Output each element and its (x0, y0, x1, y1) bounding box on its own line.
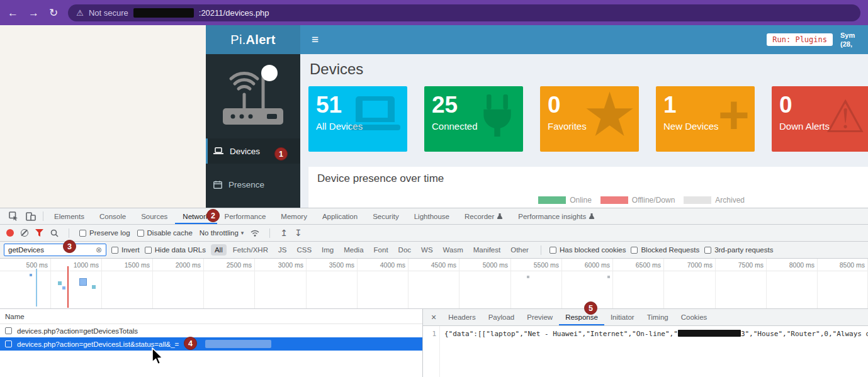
request-checkbox[interactable] (5, 340, 12, 347)
devtools-tab-bar: Elements Console Sources Network Perform… (0, 208, 868, 225)
tab-sources[interactable]: Sources (133, 208, 175, 224)
device-toolbar-icon[interactable] (22, 212, 40, 221)
warning-triangle-icon: ⚠ (825, 91, 865, 142)
network-conditions-icon[interactable] (251, 230, 259, 237)
request-row-selected[interactable]: devices.php?action=getDevicesList&status… (0, 337, 422, 351)
divider (269, 228, 270, 238)
detail-tab-timing[interactable]: Timing (641, 309, 675, 325)
import-har-icon[interactable]: ↥ (280, 228, 288, 237)
detail-tab-headers[interactable]: Headers (442, 309, 482, 325)
tab-lighthouse[interactable]: Lighthouse (407, 208, 457, 224)
filter-pill-fetch-xhr[interactable]: Fetch/XHR (229, 244, 272, 256)
detail-tab-preview[interactable]: Preview (521, 309, 559, 325)
checkbox[interactable] (631, 247, 638, 254)
tab-application[interactable]: Application (315, 208, 365, 224)
filter-pill-doc[interactable]: Doc (395, 244, 415, 256)
filter-pill-manifest[interactable]: Manifest (470, 244, 504, 256)
filter-pill-img[interactable]: Img (318, 244, 337, 256)
run-plugins-button[interactable]: Run: Plugins (767, 33, 833, 46)
annotation-badge-5: 5 (584, 301, 597, 315)
address-bar[interactable]: ⚠ Not secure :20211/devices.php (68, 4, 860, 21)
hamburger-menu-icon[interactable]: ≡ (312, 33, 318, 47)
timeline-label: 6000 ms (585, 261, 610, 269)
app-logo[interactable]: Pi.Alert (206, 25, 300, 54)
filter-pill-ws[interactable]: WS (417, 244, 437, 256)
request-row[interactable]: devices.php?action=getDevicesTotals (0, 324, 422, 337)
request-detail-panel: × Headers Payload Preview Response Initi… (423, 309, 868, 377)
not-secure-warning-icon[interactable]: ⚠ (76, 8, 84, 18)
reload-icon[interactable]: ↻ (49, 8, 58, 18)
back-icon[interactable]: ← (8, 8, 18, 18)
filter-pill-wasm[interactable]: Wasm (439, 244, 467, 256)
request-list-header[interactable]: Name (0, 309, 422, 324)
timeline-label: 2000 ms (176, 261, 201, 269)
clear-filter-icon[interactable]: ⊗ (96, 245, 102, 254)
filter-pill-font[interactable]: Font (370, 244, 392, 256)
panel-title: Device presence over time (317, 172, 859, 185)
sidebar-item-presence[interactable]: Presence (206, 172, 300, 197)
filter-pill-media[interactable]: Media (340, 244, 367, 256)
inspect-element-icon[interactable] (5, 211, 22, 221)
search-icon[interactable] (50, 229, 59, 237)
third-party-requests-checkbox[interactable]: 3rd-party requests (704, 246, 773, 254)
filter-icon[interactable] (35, 229, 43, 237)
checkbox[interactable] (111, 247, 118, 254)
timeline-column: 2000 ms (153, 259, 204, 308)
network-timeline-overview[interactable]: 500 ms 1000 ms 1500 ms 2000 ms 2500 ms 3… (0, 259, 868, 309)
devtools: Elements Console Sources Network Perform… (0, 208, 868, 377)
filter-pill-js[interactable]: JS (274, 244, 290, 256)
tab-console[interactable]: Console (92, 208, 133, 224)
tab-security[interactable]: Security (365, 208, 407, 224)
chevron-down-icon: ▾ (241, 230, 244, 236)
record-button[interactable] (6, 229, 14, 237)
tab-label: Console (99, 213, 126, 220)
export-har-icon[interactable]: ↧ (295, 228, 302, 237)
filter-pill-css[interactable]: CSS (293, 244, 315, 256)
tab-performance[interactable]: Performance (217, 208, 274, 224)
tab-elements[interactable]: Elements (47, 208, 92, 224)
card-all-devices[interactable]: 51 All Devices (308, 86, 407, 152)
request-checkbox[interactable] (5, 327, 12, 334)
detail-tab-response[interactable]: Response (559, 309, 604, 325)
detail-tab-initiator[interactable]: Initiator (604, 309, 641, 325)
timeline-mark (30, 274, 32, 276)
filter-pill-other[interactable]: Other (507, 244, 533, 256)
detail-tab-cookies[interactable]: Cookies (675, 309, 714, 325)
clear-icon[interactable] (21, 229, 28, 237)
checkbox[interactable] (145, 247, 152, 254)
card-new-devices[interactable]: 1 New Devices + (656, 86, 755, 152)
timeline-column: 7000 ms (664, 259, 716, 308)
card-favorites[interactable]: 0 Favorites ★ (540, 86, 639, 152)
tab-recorder[interactable]: Recorder (457, 208, 510, 224)
redacted-response-value (678, 330, 741, 337)
legend-archived: Archived (684, 196, 745, 205)
legend-label: Archived (715, 196, 745, 205)
detail-tab-payload[interactable]: Payload (482, 309, 521, 325)
tab-label: Sources (141, 213, 167, 220)
filter-pill-all[interactable]: All (211, 244, 227, 256)
preserve-log-checkbox[interactable]: Preserve log (79, 229, 130, 237)
filter-input[interactable]: getDevices ⊗ (4, 244, 106, 256)
tab-memory[interactable]: Memory (273, 208, 315, 224)
forward-icon[interactable]: → (28, 8, 39, 18)
response-viewer[interactable]: 1 {"data":[["laptop","Net - Huawei","Int… (423, 326, 868, 377)
card-down-alerts[interactable]: 0 Down Alerts ⚠ (772, 86, 868, 152)
tab-performance-insights[interactable]: Performance insights (510, 208, 602, 224)
throttling-select[interactable]: No throttling▾ (200, 229, 244, 237)
checkbox[interactable] (704, 247, 711, 254)
invert-checkbox[interactable]: Invert (111, 246, 140, 254)
hide-data-urls-checkbox[interactable]: Hide data URLs (145, 246, 206, 254)
checkbox[interactable] (550, 247, 556, 254)
legend-swatch (538, 196, 566, 204)
checkbox[interactable] (79, 230, 86, 237)
timeline-label: 3500 ms (329, 261, 354, 269)
close-icon[interactable]: × (426, 312, 442, 322)
disable-cache-checkbox[interactable]: Disable cache (137, 229, 193, 237)
timeline-column: 3500 ms (307, 259, 358, 308)
has-blocked-cookies-checkbox[interactable]: Has blocked cookies (550, 246, 626, 254)
checkbox[interactable] (137, 230, 144, 237)
card-connected[interactable]: 25 Connected (424, 86, 523, 152)
timeline-column: 3000 ms (255, 259, 307, 308)
timeline-mark (607, 276, 610, 278)
blocked-requests-checkbox[interactable]: Blocked Requests (631, 246, 699, 254)
